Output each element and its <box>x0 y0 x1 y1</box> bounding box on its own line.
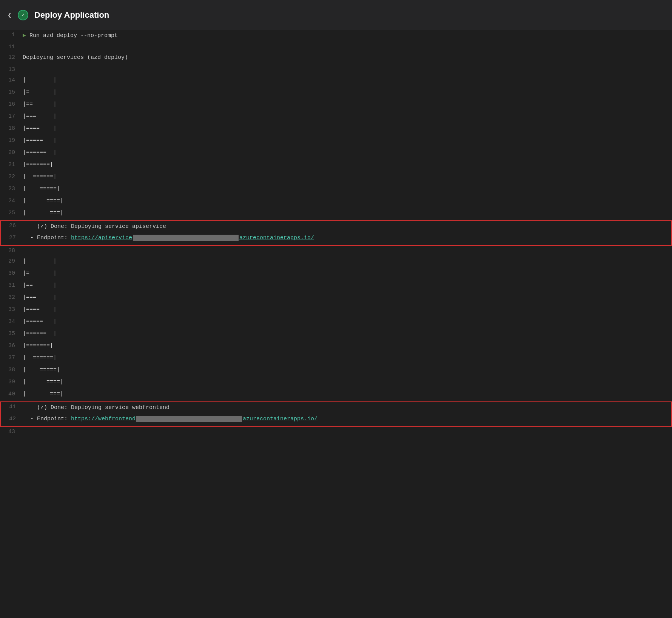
line-number: 24 <box>0 198 23 204</box>
log-line: 15|= | <box>0 88 672 100</box>
highlighted-block: 41 (✓) Done: Deploying service webfronte… <box>0 401 672 427</box>
header-bar: ❮ ✓ Deploy Application <box>0 0 672 30</box>
line-number: 23 <box>0 186 23 192</box>
line-text: | ===| <box>23 391 672 397</box>
line-number: 22 <box>0 174 23 180</box>
line-text: |=======| <box>23 343 672 349</box>
line-number: 42 <box>1 416 23 422</box>
line-number: 30 <box>0 270 23 277</box>
line-text: |==== | <box>23 306 672 313</box>
log-line: 41 (✓) Done: Deploying service webfronte… <box>1 402 671 414</box>
line-number: 14 <box>0 77 23 83</box>
line-number: 25 <box>0 210 23 216</box>
line-text: - Endpoint: https://webfrontendazurecont… <box>23 416 671 422</box>
line-number: 19 <box>0 137 23 144</box>
log-line: 12Deploying services (azd deploy) <box>0 53 672 65</box>
log-content: 1▶ Run azd deploy --no-prompt1112Deployi… <box>0 30 672 438</box>
endpoint-url-start[interactable]: https://webfrontend <box>71 416 136 422</box>
log-line: 28 <box>0 246 672 257</box>
line-text: - Endpoint: https://apiserviceazureconta… <box>23 235 671 241</box>
log-line: 33|==== | <box>0 305 672 317</box>
line-number: 17 <box>0 113 23 120</box>
line-text: |==== | <box>23 125 672 132</box>
log-line: 35|====== | <box>0 329 672 341</box>
success-check-icon: ✓ <box>18 10 28 20</box>
line-number: 21 <box>0 161 23 168</box>
line-number: 27 <box>1 235 23 241</box>
log-line: 18|==== | <box>0 124 672 136</box>
endpoint-url-start[interactable]: https://apiservice <box>71 235 132 241</box>
line-number: 20 <box>0 149 23 156</box>
line-text: |====== | <box>23 149 672 156</box>
log-line: 36|=======| <box>0 341 672 353</box>
line-text: |====== | <box>23 331 672 337</box>
redacted-url-part <box>136 416 242 422</box>
line-text: (✓) Done: Deploying service apiservice <box>23 223 671 230</box>
log-line: 11 <box>0 42 672 53</box>
log-line: 30|= | <box>0 269 672 281</box>
endpoint-url-end[interactable]: azurecontainerapps.io/ <box>239 235 314 241</box>
log-line: 38| =====| <box>0 365 672 377</box>
line-text: | =====| <box>23 186 672 192</box>
line-number: 15 <box>0 89 23 95</box>
line-number: 32 <box>0 294 23 301</box>
line-text: | ====| <box>23 198 672 204</box>
line-number: 35 <box>0 331 23 337</box>
log-line: 13 <box>0 65 672 75</box>
log-line: 42 - Endpoint: https://webfrontendazurec… <box>1 414 671 426</box>
page-title: Deploy Application <box>34 10 109 20</box>
line-number: 43 <box>0 429 23 435</box>
log-line: 14| | <box>0 75 672 88</box>
log-line: 23| =====| <box>0 184 672 196</box>
line-number: 31 <box>0 282 23 289</box>
log-line: 37| ======| <box>0 353 672 365</box>
line-text: | ======| <box>23 174 672 180</box>
line-number: 34 <box>0 318 23 325</box>
line-text: ▶ Run azd deploy --no-prompt <box>23 32 672 39</box>
log-line: 26 (✓) Done: Deploying service apiservic… <box>1 221 671 233</box>
log-line: 21|=======| <box>0 160 672 172</box>
chevron-icon[interactable]: ❮ <box>8 11 12 19</box>
line-text: | | <box>23 258 672 264</box>
line-number: 12 <box>0 54 23 61</box>
line-number: 16 <box>0 101 23 108</box>
line-text: |===== | <box>23 137 672 144</box>
line-number: 26 <box>1 223 23 229</box>
log-line: 22| ======| <box>0 172 672 184</box>
line-number: 33 <box>0 306 23 313</box>
line-number: 18 <box>0 125 23 132</box>
log-line: 43 <box>0 427 672 438</box>
line-number: 40 <box>0 391 23 397</box>
line-number: 36 <box>0 343 23 349</box>
log-line: 16|== | <box>0 100 672 112</box>
line-text: | =====| <box>23 367 672 373</box>
highlighted-block: 26 (✓) Done: Deploying service apiservic… <box>0 220 672 246</box>
line-text: |= | <box>23 89 672 95</box>
line-number: 28 <box>0 248 23 254</box>
line-text: |== | <box>23 282 672 289</box>
log-line: 24| ====| <box>0 196 672 208</box>
log-line: 39| ====| <box>0 377 672 389</box>
log-line: 32|=== | <box>0 293 672 305</box>
line-number: 11 <box>0 44 23 50</box>
line-number: 37 <box>0 355 23 361</box>
line-text: Deploying services (azd deploy) <box>23 54 672 61</box>
line-number: 39 <box>0 379 23 385</box>
line-number: 1 <box>0 32 23 38</box>
line-number: 29 <box>0 258 23 264</box>
line-number: 41 <box>1 404 23 410</box>
log-line: 1▶ Run azd deploy --no-prompt <box>0 30 672 42</box>
log-line: 17|=== | <box>0 112 672 124</box>
line-text: |===== | <box>23 318 672 325</box>
log-line: 20|====== | <box>0 148 672 160</box>
redacted-url-part <box>133 235 239 241</box>
endpoint-url-end[interactable]: azurecontainerapps.io/ <box>243 416 318 422</box>
log-line: 31|== | <box>0 281 672 293</box>
line-number: 13 <box>0 66 23 73</box>
line-text: | ====| <box>23 379 672 385</box>
line-text: (✓) Done: Deploying service webfrontend <box>23 404 671 411</box>
line-text: |=======| <box>23 161 672 168</box>
line-text: | ===| <box>23 210 672 216</box>
line-text: |== | <box>23 101 672 108</box>
line-text: |=== | <box>23 113 672 120</box>
